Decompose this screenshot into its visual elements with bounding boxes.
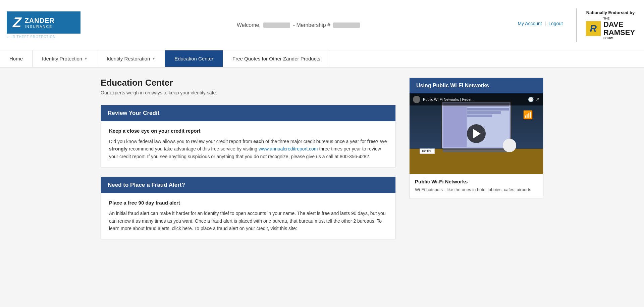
fraud-alert-card: Need to Place a Fraud Alert? Place a fre… <box>101 177 396 239</box>
logo-z-letter: Z <box>13 15 21 30</box>
header-right: My Account | Logout Nationally Endorsed … <box>518 8 637 42</box>
nav-home[interactable]: Home <box>0 50 33 67</box>
screen-line2 <box>467 111 501 114</box>
identity-protection-arrow: ▼ <box>84 57 88 60</box>
dr-dave: DAVE <box>603 20 635 29</box>
video-info-title: Public Wi-Fi Networks <box>415 179 538 184</box>
review-credit-header: Review Your Credit <box>101 105 395 121</box>
dr-name-text: THE DAVE RAMSEY SHOW <box>603 17 635 40</box>
annual-credit-report-link[interactable]: www.annualcreditreport.com <box>259 146 318 151</box>
account-links[interactable]: My Account | Logout <box>518 21 563 26</box>
nav-identity-restoration[interactable]: Identity Restoration ▼ <box>97 50 165 67</box>
account-links-area: My Account | Logout <box>518 21 563 30</box>
play-triangle <box>473 129 481 138</box>
dr-ramsey: RAMSEY <box>603 29 635 37</box>
page-subtitle: Our experts weigh in on ways to keep you… <box>101 90 396 95</box>
video-channel-icon <box>413 96 420 103</box>
review-credit-subheading: Keep a close eye on your credit report <box>109 128 387 134</box>
video-title-overlay: Public Wi-Fi Networks | Feder... <box>423 97 525 101</box>
video-info-desc: Wi-Fi hotspots - like the ones in hotel … <box>415 186 538 193</box>
logo-insurance: INSURANCE. <box>25 25 55 29</box>
video-controls: 🕐 ↗ <box>528 97 540 102</box>
video-top-bar: Public Wi-Fi Networks | Feder... 🕐 ↗ <box>410 93 543 105</box>
main-content: Education Center Our experts weigh in on… <box>87 68 557 259</box>
logo-text: Zander INSURANCE. <box>25 17 55 29</box>
nav-identity-protection[interactable]: Identity Protection ▼ <box>33 50 97 67</box>
welcome-text: Welcome, - Membership # <box>80 22 518 28</box>
screen-sidebar <box>443 107 467 147</box>
welcome-area: Welcome, - Membership # <box>80 22 518 28</box>
content-left: Education Center Our experts weigh in on… <box>101 78 396 249</box>
review-credit-text: Did you know federal law allows you to r… <box>109 138 387 160</box>
user-name-blurred <box>263 23 290 28</box>
membership-number-blurred <box>333 23 360 28</box>
main-nav: Home Identity Protection ▼ Identity Rest… <box>0 50 644 68</box>
nav-free-quotes[interactable]: Free Quotes for Other Zander Products <box>223 50 330 67</box>
logo: Z Zander INSURANCE. <box>7 11 80 34</box>
screen-line1 <box>467 108 509 111</box>
video-monitor-base <box>443 149 510 152</box>
desk-lamp <box>503 139 516 152</box>
logo-tagline: ID THEFT PROTECTION <box>7 35 56 39</box>
video-info: Public Wi-Fi Networks Wi-Fi hotspots - l… <box>410 174 543 198</box>
my-account-link[interactable]: My Account <box>518 21 542 26</box>
identity-restoration-arrow: ▼ <box>152 57 155 60</box>
logout-link[interactable]: Logout <box>548 21 563 26</box>
play-button[interactable] <box>467 124 486 143</box>
logo-area: Z Zander INSURANCE. ID THEFT PROTECTION <box>7 11 80 39</box>
page-title: Education Center <box>101 78 396 88</box>
review-credit-card: Review Your Credit Keep a close eye on y… <box>101 105 396 167</box>
review-credit-body: Keep a close eye on your credit report D… <box>101 121 395 167</box>
wifi-icon: 📶 <box>523 110 533 120</box>
clock-icon: 🕐 <box>528 97 534 102</box>
video-card-header: Using Public Wi-Fi Networks <box>410 78 543 93</box>
dr-r-icon: R <box>586 21 601 36</box>
share-icon: ↗ <box>536 97 540 102</box>
dave-ramsey-logo: R THE DAVE RAMSEY SHOW <box>586 17 635 40</box>
fraud-alert-header: Need to Place a Fraud Alert? <box>101 177 395 193</box>
hotel-sign: HOTEL <box>420 148 435 154</box>
logo-zander: Zander <box>25 17 55 25</box>
fraud-alert-body: Place a free 90 day fraud alert An initi… <box>101 193 395 239</box>
fraud-alert-text: An initial fraud alert can make it harde… <box>109 210 387 232</box>
nationally-endorsed-text: Nationally Endorsed by <box>586 10 635 15</box>
header-divider <box>576 8 577 42</box>
header: Z Zander INSURANCE. ID THEFT PROTECTION … <box>0 0 644 50</box>
dr-show: SHOW <box>603 37 635 40</box>
nav-education-center[interactable]: Education Center <box>165 50 223 67</box>
screen-line3 <box>467 115 492 117</box>
video-thumbnail[interactable]: HOTEL 📶 Public Wi-Fi Networks | Feder...… <box>410 93 543 174</box>
fraud-alert-subheading: Place a free 90 day fraud alert <box>109 200 387 206</box>
dave-ramsey-endorsement: Nationally Endorsed by R THE DAVE RAMSEY… <box>584 10 637 40</box>
sidebar: Using Public Wi-Fi Networks <box>409 78 543 249</box>
video-card: Using Public Wi-Fi Networks <box>409 78 543 198</box>
